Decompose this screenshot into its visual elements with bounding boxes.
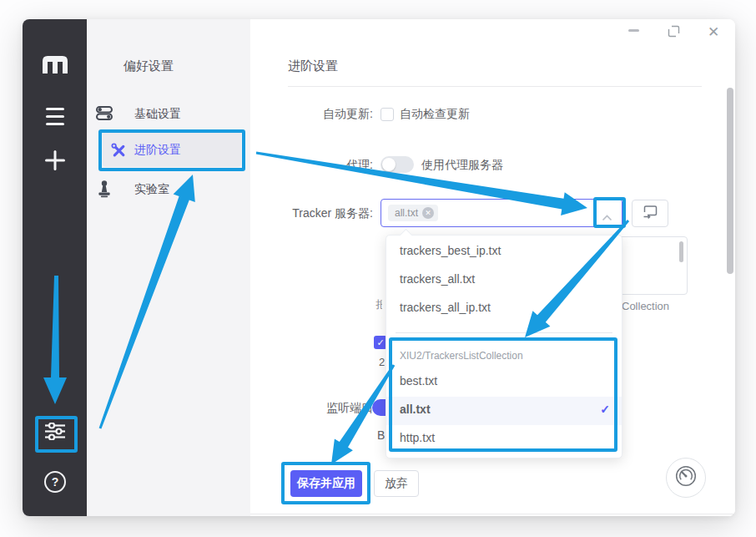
app-window: ? 偏好设置 基础设置 — [23, 19, 735, 516]
dropdown-option-label: all.txt — [400, 403, 431, 419]
title-divider — [288, 86, 702, 87]
hint-text-fragment: 〈 — [375, 311, 382, 326]
lab-stamp-icon — [97, 180, 112, 201]
auto-update-checkbox[interactable] — [381, 108, 394, 121]
speed-test-button[interactable] — [666, 458, 706, 498]
listen-port-label: 监听端口 — [250, 401, 373, 416]
toggle-knob — [382, 158, 396, 171]
help-icon[interactable]: ? — [44, 471, 66, 493]
collection-link-fragment[interactable]: Collection — [622, 300, 669, 312]
task-list-icon[interactable] — [46, 108, 64, 125]
dropdown-notch — [400, 229, 413, 242]
sidebar-item-basic-settings[interactable]: 基础设置 — [87, 103, 250, 131]
proxy-option-label: 使用代理服务器 — [421, 158, 503, 173]
preferences-sliders-icon[interactable] — [45, 423, 65, 443]
sidebar-item-label: 实验室 — [134, 182, 169, 197]
dropdown-option[interactable]: trackers_all.txt — [400, 272, 475, 289]
minimize-button[interactable] — [628, 29, 639, 32]
textarea-scrollbar[interactable] — [679, 241, 683, 262]
sidebar-item-label: 基础设置 — [134, 107, 181, 122]
panel-title: 偏好设置 — [123, 58, 174, 74]
tracker-dropdown: trackers_best_ip.txt trackers_all.txt tr… — [386, 235, 622, 458]
proxy-label: 代理: — [250, 158, 373, 173]
save-apply-button[interactable]: 保存并应用 — [290, 470, 362, 497]
dropdown-option[interactable]: trackers_best_ip.txt — [400, 244, 501, 261]
auto-update-option-label: 自动检查更新 — [400, 107, 470, 122]
footer-divider — [250, 514, 735, 514]
chevron-up-icon[interactable] — [602, 210, 612, 225]
selected-tag: all.txt ✕ — [388, 205, 438, 221]
tools-icon — [110, 142, 128, 163]
check-icon: ✓ — [600, 403, 610, 416]
dropdown-group-header: XIU2/TrackersListCollection — [400, 350, 523, 362]
sync-tracker-button[interactable] — [632, 200, 668, 227]
dropdown-option[interactable]: trackers_all_ip.txt — [400, 301, 491, 317]
proxy-toggle[interactable] — [381, 156, 414, 173]
preferences-panel: 偏好设置 基础设置 — [87, 19, 250, 516]
advanced-settings-page: ✕ 进阶设置 自动更新: 自动检查更新 代理: 使用代理服务器 Tracker … — [250, 19, 735, 516]
add-task-icon[interactable] — [44, 149, 66, 175]
dropdown-divider — [396, 332, 612, 333]
help-glyph: ? — [52, 475, 59, 489]
motrix-logo-icon — [43, 56, 68, 77]
sync-icon — [643, 205, 658, 222]
timestamp-fragment: 2 — [379, 356, 385, 368]
sidebar-item-label: 进阶设置 — [134, 143, 181, 158]
bt-text-fragment: B — [377, 428, 385, 442]
discard-button[interactable]: 放弃 — [374, 470, 419, 497]
tag-label: all.txt — [395, 207, 418, 219]
dropdown-option-selected[interactable]: all.txt ✓ — [386, 397, 622, 425]
page-title: 进阶设置 — [288, 58, 338, 74]
tracker-server-label: Tracker 服务器: — [250, 206, 373, 221]
dropdown-option[interactable]: best.txt — [400, 374, 437, 391]
dropdown-option[interactable]: http.txt — [400, 431, 435, 448]
app-sidebar: ? — [23, 19, 87, 516]
maximize-button[interactable] — [668, 25, 680, 41]
tracker-select[interactable]: all.txt ✕ — [381, 199, 622, 227]
window-scrollbar[interactable] — [727, 88, 733, 274]
sidebar-item-advanced-settings[interactable]: 进阶设置 — [103, 132, 241, 167]
sidebar-item-lab[interactable]: 实验室 — [87, 177, 250, 205]
speedometer-icon — [674, 464, 698, 491]
toggles-icon — [96, 106, 113, 124]
tag-remove-icon[interactable]: ✕ — [422, 207, 434, 219]
auto-update-label: 自动更新: — [250, 107, 373, 122]
close-button[interactable]: ✕ — [708, 23, 719, 41]
